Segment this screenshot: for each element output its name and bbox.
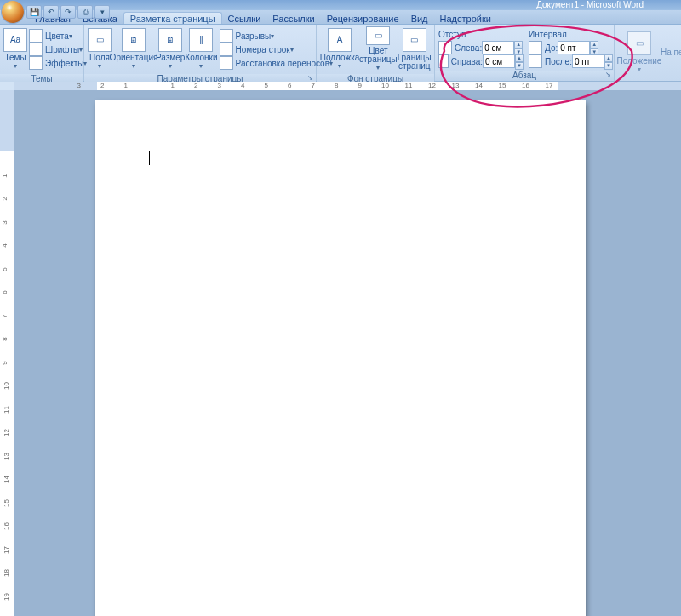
indent-right-field[interactable] [483, 54, 515, 68]
hyphenation-button[interactable]: Расстановка переносов [220, 56, 333, 70]
margins-icon: ▭ [88, 28, 112, 52]
text-cursor [149, 151, 150, 165]
theme-fonts-button[interactable]: Шрифты [29, 43, 87, 56]
indent-right-icon [438, 54, 449, 68]
breaks-button[interactable]: Разрывы [220, 29, 333, 43]
qat-redo-icon[interactable]: ↷ [60, 5, 76, 19]
watermark-icon: A [328, 28, 352, 52]
indent-left-field[interactable] [482, 41, 514, 54]
tab-view[interactable]: Вид [405, 13, 434, 24]
spacing-before-label: До: [545, 43, 558, 53]
spacing-title: Интервал [529, 27, 613, 41]
breaks-icon [220, 29, 233, 43]
indent-left-row: Слева: ▲▼ [438, 41, 524, 54]
themes-button[interactable]: Aa Темы [3, 26, 27, 72]
group-themes: Aa Темы Цвета Шрифты Эффекты Темы [0, 25, 84, 81]
effects-icon [29, 56, 43, 70]
vertical-ruler[interactable]: 12345678910111213141516171819202122 [0, 90, 14, 616]
font-icon [29, 43, 43, 56]
office-button[interactable] [2, 1, 24, 23]
palette-icon [29, 29, 43, 43]
spacing-after-field[interactable] [572, 54, 604, 68]
indent-right-input[interactable]: ▲▼ [483, 54, 524, 68]
columns-button[interactable]: ‖ Колонки [185, 26, 217, 72]
line-numbers-icon [220, 43, 233, 56]
watermark-button[interactable]: A Подложка [320, 26, 359, 72]
tab-review[interactable]: Рецензирование [321, 13, 405, 24]
size-icon: 🗎 [158, 28, 182, 52]
page-borders-icon: ▭ [403, 28, 426, 52]
qat-customize-icon[interactable]: ▾ [94, 5, 110, 19]
group-page-background: A Подложка ▭ Цвет страницы ▭ Границы стр… [317, 25, 435, 81]
indent-left-label: Слева: [455, 43, 482, 53]
columns-icon: ‖ [189, 28, 213, 52]
spacing-before-field[interactable] [558, 41, 590, 54]
bring-front-button[interactable]: На передний план [661, 46, 681, 60]
spacing-before-icon [529, 41, 542, 54]
indent-left-icon [438, 41, 452, 54]
spacing-before-input[interactable]: ▲▼ [558, 41, 598, 54]
tab-references[interactable]: Ссылки [222, 13, 267, 24]
spacing-before-row: До: ▲▼ [529, 41, 613, 54]
indent-right-row: Справа: ▲▼ [438, 54, 524, 68]
qat-undo-icon[interactable]: ↶ [43, 5, 59, 19]
spacing-after-icon [529, 54, 542, 68]
indent-left-input[interactable]: ▲▼ [482, 41, 523, 54]
group-arrange-label [615, 80, 681, 81]
margins-button[interactable]: ▭ Поля [88, 26, 112, 72]
spin-up-icon[interactable]: ▲ [590, 41, 598, 48]
tab-page-layout[interactable]: Разметка страницы [123, 12, 222, 24]
spacing-after-label: После: [545, 57, 572, 66]
document-page[interactable] [95, 100, 586, 616]
themes-button-label: Темы [4, 54, 26, 62]
quick-access-toolbar: 💾 ↶ ↷ ⎙ ▾ [0, 0, 111, 24]
spacing-after-row: После: ▲▼ [529, 54, 613, 68]
document-workspace: 12345678910111213141516171819202122 [0, 90, 681, 616]
group-page-setup: ▭ Поля 🗎 Ориентация 🗎 Размер ‖ Колонки Р… [84, 25, 317, 81]
ribbon: Aa Темы Цвета Шрифты Эффекты Темы ▭ Поля… [0, 25, 681, 82]
spin-down-icon[interactable]: ▼ [515, 62, 524, 70]
orientation-button[interactable]: 🗎 Ориентация [112, 26, 156, 72]
theme-effects-button[interactable]: Эффекты [29, 56, 87, 70]
themes-icon: Aa [3, 28, 27, 52]
tab-mailings[interactable]: Рассылки [266, 13, 320, 24]
page-borders-button[interactable]: ▭ Границы страниц [398, 26, 432, 72]
group-paragraph: Отступ Слева: ▲▼ Справа: ▲▼ [435, 25, 615, 81]
indent-title: Отступ [438, 27, 524, 41]
qat-print-icon[interactable]: ⎙ [77, 5, 93, 19]
line-numbers-button[interactable]: Номера строк [220, 43, 333, 56]
page-color-button[interactable]: ▭ Цвет страницы [359, 26, 398, 72]
spacing-after-input[interactable]: ▲▼ [572, 54, 613, 68]
indent-right-label: Справа: [451, 57, 483, 66]
page-color-icon: ▭ [366, 26, 390, 45]
spin-down-icon[interactable]: ▼ [604, 62, 613, 70]
theme-colors-button[interactable]: Цвета [29, 29, 87, 43]
group-arrange: ▭ Положение На передний план [615, 25, 681, 81]
window-title: Документ1 - Microsoft Word [536, 0, 678, 10]
group-paragraph-label: Абзац↘ [435, 71, 614, 81]
orientation-icon: 🗎 [122, 28, 146, 52]
size-button[interactable]: 🗎 Размер [156, 26, 185, 72]
spin-up-icon[interactable]: ▲ [604, 54, 613, 62]
tab-addins[interactable]: Надстройки [434, 13, 497, 24]
spin-up-icon[interactable]: ▲ [514, 41, 523, 48]
paragraph-launcher[interactable]: ↘ [604, 71, 612, 79]
hyphenation-icon [220, 56, 233, 70]
position-icon: ▭ [627, 31, 651, 55]
qat-save-icon[interactable]: 💾 [26, 5, 42, 19]
spin-up-icon[interactable]: ▲ [515, 54, 524, 62]
position-button[interactable]: ▭ Положение [618, 30, 661, 76]
